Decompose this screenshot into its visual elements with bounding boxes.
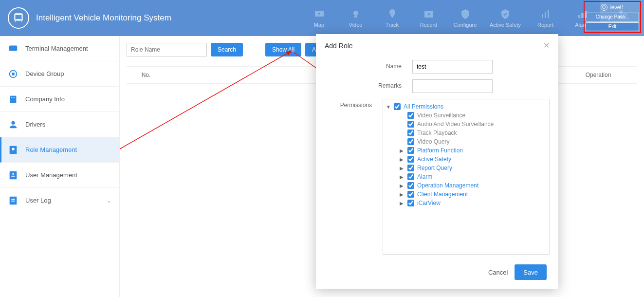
bus-icon <box>8 7 29 29</box>
svg-point-1 <box>318 13 320 15</box>
perm-root-children: Video Surveillance Audio And Video Surve… <box>386 111 546 207</box>
show-all-button[interactable]: Show All <box>265 43 301 56</box>
exit-button[interactable]: Exit <box>586 22 639 31</box>
svg-rect-23 <box>10 171 17 179</box>
sidebar-item-role-management[interactable]: Role Management <box>0 137 119 163</box>
svg-rect-3 <box>354 16 357 18</box>
add-role-dialog: Add Role ✕ Name Remarks Permissions ▼ Al… <box>316 34 558 289</box>
svg-point-24 <box>12 173 14 175</box>
th-operation: Operation <box>559 72 637 78</box>
caret-down-icon[interactable]: ▼ <box>386 104 391 110</box>
close-icon[interactable]: ✕ <box>543 41 550 50</box>
caret-right-icon[interactable]: ▶ <box>400 148 405 153</box>
sidebar-item-device-group[interactable]: Device Group <box>0 61 119 87</box>
search-button[interactable]: Search <box>211 43 243 56</box>
label-remarks: Remarks <box>325 79 412 89</box>
svg-rect-7 <box>545 12 546 18</box>
svg-rect-8 <box>548 10 549 18</box>
perm-video-surveillance[interactable]: Video Surveillance <box>400 111 546 120</box>
app-header: Intelligent Vehicle Monitoring System Ma… <box>0 0 644 36</box>
user-menu-highlight: level1 Change Pass... Exit <box>584 1 641 33</box>
chevron-down-icon: ⌄ <box>107 197 111 204</box>
svg-rect-18 <box>11 97 12 98</box>
app-title: Intelligent Vehicle Monitoring System <box>36 13 171 23</box>
sidebar-item-user-log[interactable]: User Log ⌄ <box>0 188 119 213</box>
logo-area: Intelligent Vehicle Monitoring System <box>0 7 179 29</box>
name-input[interactable] <box>412 60 493 74</box>
remarks-input[interactable] <box>412 79 493 93</box>
user-icon <box>601 4 607 11</box>
sidebar-item-user-management[interactable]: User Management <box>0 163 119 188</box>
nav-report[interactable]: Report <box>527 0 564 36</box>
perm-icarview[interactable]: ▶iCarView <box>400 199 546 207</box>
th-no: No. <box>127 72 166 78</box>
nav-record[interactable]: Record <box>410 0 447 36</box>
perm-track-playback[interactable]: Track Playback <box>400 129 546 137</box>
svg-rect-14 <box>9 45 18 51</box>
nav-configure[interactable]: Configure <box>447 0 483 36</box>
sidebar-item-terminal-management[interactable]: Terminal Management <box>0 36 119 61</box>
svg-rect-17 <box>10 95 17 103</box>
nav-video[interactable]: Video <box>337 0 374 36</box>
save-button[interactable]: Save <box>515 264 547 280</box>
permissions-tree: ▼ All Permissions Video Surveillance Aud… <box>383 99 550 255</box>
dialog-header: Add Role ✕ <box>316 34 558 57</box>
dialog-footer: Cancel Save <box>316 258 558 282</box>
perm-root-checkbox[interactable] <box>394 103 401 110</box>
perm-active-safety[interactable]: ▶Active Safety <box>400 155 546 164</box>
svg-point-22 <box>12 148 15 150</box>
svg-rect-6 <box>542 14 543 18</box>
perm-audio-video-surveillance[interactable]: Audio And Video Surveillance <box>400 120 546 129</box>
svg-rect-16 <box>12 73 15 75</box>
perm-platform-function[interactable]: ▶Platform Function <box>400 146 546 155</box>
svg-rect-19 <box>14 97 15 98</box>
label-name: Name <box>325 60 412 70</box>
perm-alarm[interactable]: ▶Alarm <box>400 172 546 181</box>
svg-rect-28 <box>11 201 15 202</box>
role-name-search-input[interactable] <box>127 43 207 56</box>
nav-active-safety[interactable]: Active Safety <box>483 0 527 36</box>
cancel-button[interactable]: Cancel <box>488 269 508 276</box>
svg-point-20 <box>11 121 15 124</box>
svg-rect-25 <box>11 175 15 176</box>
perm-video-query[interactable]: Video Query <box>400 137 546 146</box>
svg-rect-9 <box>578 15 580 18</box>
sidebar-item-drivers[interactable]: Drivers <box>0 112 119 137</box>
perm-client-management[interactable]: ▶Client Management <box>400 190 546 199</box>
svg-rect-10 <box>581 13 584 18</box>
sidebar-item-company-info[interactable]: Company Info <box>0 87 119 112</box>
nav-map[interactable]: Map <box>301 0 337 36</box>
perm-operation-management[interactable]: ▶Operation Management <box>400 181 546 190</box>
user-name-row[interactable]: level1 <box>586 3 639 12</box>
svg-point-2 <box>353 11 358 16</box>
dialog-title: Add Role <box>325 42 353 50</box>
change-password-button[interactable]: Change Pass... <box>586 13 639 21</box>
perm-report-query[interactable]: ▶Report Query <box>400 164 546 172</box>
perm-root[interactable]: ▼ All Permissions <box>386 102 546 111</box>
label-permissions: Permissions <box>325 99 383 109</box>
nav-track[interactable]: Track <box>374 0 410 36</box>
sidebar: Terminal Management Device Group Company… <box>0 36 120 297</box>
svg-rect-27 <box>11 199 15 200</box>
